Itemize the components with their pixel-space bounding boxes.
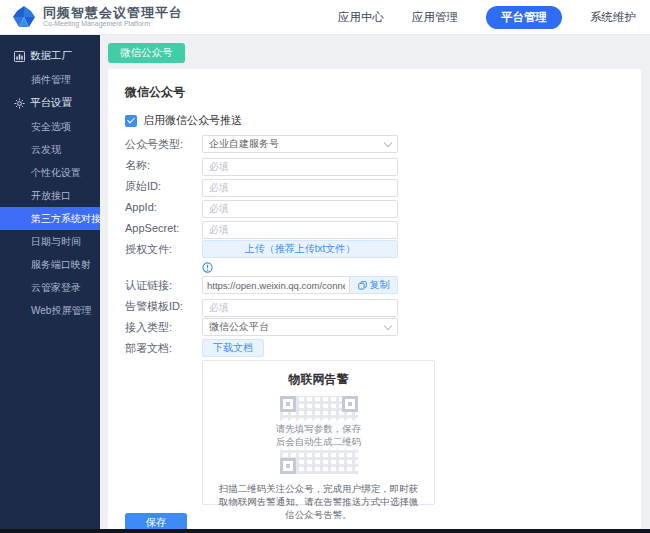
- auth-file-label: 授权文件:: [125, 242, 202, 257]
- copy-label: 复制: [370, 278, 390, 292]
- upload-auth-file-button[interactable]: 上传（推荐上传txt文件）: [202, 240, 398, 258]
- download-doc-button[interactable]: 下载文档: [202, 339, 264, 357]
- qr-panel: 物联网告警 请先填写参数，保存 后会自动生成二维码 扫描二维码关注公众号，完成用…: [202, 360, 435, 505]
- account-type-label: 公众号类型:: [125, 137, 202, 152]
- card-title: 微信公众号: [125, 84, 621, 101]
- wechat-settings-card: 微信公众号 启用微信公众号推送 公众号类型: 企业自建服务号 名称:: [108, 69, 641, 533]
- access-type-value: 微信公众平台: [209, 320, 269, 334]
- window-bottom-edge: [0, 529, 650, 533]
- sidebar-group-label: 数据工厂: [30, 49, 72, 63]
- sidebar-group-label: 平台设置: [30, 96, 72, 110]
- deploy-doc-label: 部署文档:: [125, 341, 202, 356]
- qr-overlay-hint: 请先填写参数，保存 后会自动生成二维码: [250, 420, 388, 450]
- main-content: 微信公众号 微信公众号 启用微信公众号推送 公众号类型: 企业自建服务号 名称:: [100, 35, 650, 533]
- access-type-label: 接入类型:: [125, 320, 202, 335]
- app-id-label: AppId:: [125, 201, 202, 213]
- info-icon[interactable]: [202, 262, 213, 273]
- qr-overlay-line1: 请先填写参数，保存: [250, 422, 388, 435]
- qr-finder-icon: [280, 396, 296, 412]
- enable-push-label: 启用微信公众号推送: [143, 113, 242, 128]
- logo: 同频智慧会议管理平台 Co-Meeting Management Platfor…: [12, 5, 183, 29]
- qr-finder-icon: [342, 396, 358, 412]
- app-secret-label: AppSecret:: [125, 222, 202, 234]
- gear-icon: [14, 98, 25, 109]
- enable-push-checkbox[interactable]: [125, 115, 137, 127]
- nav-platform-management[interactable]: 平台管理: [486, 6, 562, 29]
- nav-app-management[interactable]: 应用管理: [412, 10, 458, 25]
- copy-icon: [358, 281, 367, 290]
- top-nav: 应用中心 应用管理 平台管理 系统维护: [338, 6, 636, 29]
- qr-overlay-line2: 后会自动生成二维码: [250, 435, 388, 448]
- app-id-input[interactable]: [202, 200, 398, 218]
- sidebar-item-web-casting[interactable]: Web投屏管理: [0, 299, 100, 322]
- sidebar-group-platform-settings[interactable]: 平台设置: [0, 91, 100, 115]
- qr-finder-icon: [280, 458, 296, 474]
- auth-link-input[interactable]: [202, 276, 350, 294]
- nav-app-center[interactable]: 应用中心: [338, 10, 384, 25]
- alert-template-id-input[interactable]: [202, 299, 398, 317]
- sidebar-item-plugin-management[interactable]: 插件管理: [0, 68, 100, 91]
- nav-system-maintenance[interactable]: 系统维护: [590, 10, 636, 25]
- bar-chart-icon: [14, 51, 25, 62]
- sidebar-item-cloud-manager-login[interactable]: 云管家登录: [0, 276, 100, 299]
- access-type-select[interactable]: 微信公众平台: [202, 318, 398, 336]
- qr-panel-title: 物联网告警: [203, 371, 434, 388]
- qr-instructions: 扫描二维码关注公众号，完成用户绑定，即时获取物联网告警通知。请在告警推送方式中选…: [219, 482, 419, 521]
- tab-wechat-official-account[interactable]: 微信公众号: [108, 43, 185, 63]
- sidebar-group-data-factory[interactable]: 数据工厂: [0, 44, 100, 68]
- sidebar-item-security-options[interactable]: 安全选项: [0, 115, 100, 138]
- copy-link-button[interactable]: 复制: [350, 276, 398, 294]
- original-id-label: 原始ID:: [125, 179, 202, 194]
- qr-code-placeholder: 请先填写参数，保存 后会自动生成二维码: [280, 396, 358, 474]
- app-header: 同频智慧会议管理平台 Co-Meeting Management Platfor…: [0, 0, 650, 35]
- account-type-select[interactable]: 企业自建服务号: [202, 135, 398, 153]
- name-label: 名称:: [125, 158, 202, 173]
- sidebar: 数据工厂 插件管理 平台设置 安全选项 云发现 个性化设置 开放接口 第三方系统…: [0, 35, 100, 533]
- app-title: 同频智慧会议管理平台: [43, 6, 183, 20]
- account-type-value: 企业自建服务号: [209, 137, 279, 151]
- sidebar-item-cloud-discovery[interactable]: 云发现: [0, 138, 100, 161]
- app-subtitle: Co-Meeting Management Platform: [43, 20, 183, 28]
- sidebar-item-open-api[interactable]: 开放接口: [0, 184, 100, 207]
- alert-template-id-label: 告警模板ID:: [125, 299, 202, 314]
- sidebar-item-port-mapping[interactable]: 服务端口映射: [0, 253, 100, 276]
- logo-gem-icon: [12, 5, 36, 29]
- auth-link-label: 认证链接:: [125, 278, 202, 293]
- name-input[interactable]: [202, 158, 398, 176]
- sidebar-item-personalization[interactable]: 个性化设置: [0, 161, 100, 184]
- original-id-input[interactable]: [202, 179, 398, 197]
- sidebar-item-date-time[interactable]: 日期与时间: [0, 230, 100, 253]
- sidebar-item-third-party-integration[interactable]: 第三方系统对接: [0, 207, 100, 230]
- app-secret-input[interactable]: [202, 221, 398, 239]
